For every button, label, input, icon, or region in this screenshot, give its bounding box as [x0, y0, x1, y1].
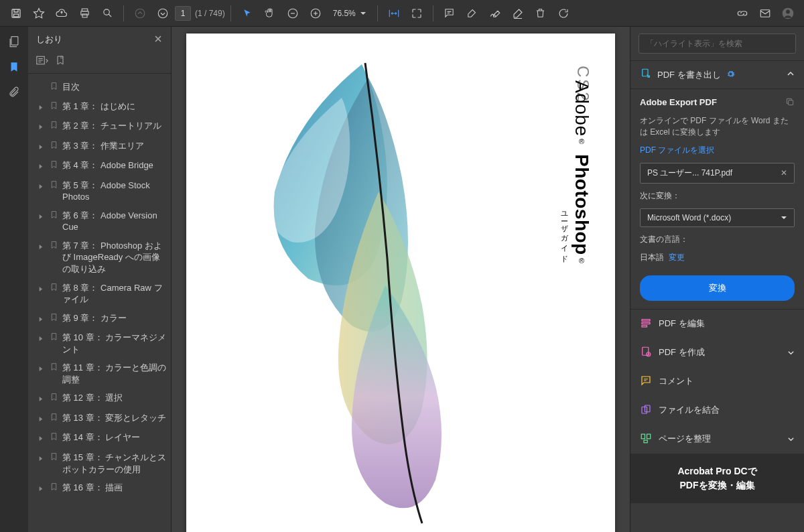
chevron-up-icon[interactable] [787, 70, 795, 80]
bookmark-icon [50, 313, 58, 325]
tool-label: ファイルを結合 [659, 404, 720, 416]
page-number-input[interactable] [175, 6, 191, 21]
bookmark-item[interactable]: 第 14 章： レイヤー [36, 428, 168, 448]
chevron-right-icon [38, 141, 46, 153]
chevron-down-icon [360, 10, 366, 17]
attachments-panel-icon[interactable] [8, 86, 20, 100]
comment-icon[interactable] [439, 3, 460, 24]
chevron-right-icon [38, 433, 46, 445]
bookmark-list[interactable]: 目次第 1 章： はじめに第 2 章： チュートリアル第 3 章： 作業エリア第… [28, 74, 171, 532]
format-select[interactable]: Microsoft Word (*.docx) [640, 208, 795, 227]
svg-rect-25 [641, 434, 645, 439]
bookmark-item[interactable]: 第 15 章： チャンネルとスポットカラーの使用 [36, 448, 168, 478]
chevron-right-icon [38, 393, 46, 405]
search-icon[interactable] [96, 3, 118, 24]
bookmark-item[interactable]: 目次 [36, 78, 168, 97]
svg-rect-23 [642, 407, 647, 413]
bookmark-icon [50, 82, 58, 94]
selected-file-box: PS ユーザー... 741P.pdf ✕ [640, 163, 795, 184]
fit-page-icon[interactable] [406, 3, 427, 24]
save-icon[interactable] [5, 3, 27, 24]
main-area: しおり 目次第 1 章： はじめに第 2 章： チュートリアル第 3 章： 作業… [0, 27, 804, 532]
bookmark-label: 第 10 章： カラーマネジメント [62, 332, 167, 355]
rotate-icon[interactable] [553, 3, 574, 24]
convert-button[interactable]: 変換 [640, 275, 795, 301]
select-file-link[interactable]: PDF ファイルを選択 [640, 145, 795, 156]
separator [123, 5, 124, 21]
chevron-right-icon [38, 413, 46, 425]
print-icon[interactable] [74, 3, 95, 24]
page-subtitle: ユーザガイド [559, 206, 570, 261]
chevron-down-icon [787, 349, 795, 356]
bookmark-item[interactable]: 第 3 章： 作業エリア [36, 137, 168, 157]
svg-rect-24 [645, 405, 651, 412]
page-down-icon[interactable] [152, 3, 174, 24]
bookmark-item[interactable]: 第 13 章： 変形とレタッチ [36, 409, 168, 429]
svg-rect-5 [82, 14, 86, 17]
change-lang-link[interactable]: 変更 [669, 253, 685, 262]
search-input[interactable] [639, 34, 796, 54]
delete-icon[interactable] [530, 3, 551, 24]
document-area[interactable]: CS2 Adobe® Photoshop® ユーザガイド [172, 27, 630, 532]
star-icon[interactable] [28, 3, 50, 24]
bookmark-item[interactable]: 第 8 章： Camera Raw ファイル [36, 279, 168, 309]
cloud-upload-icon[interactable] [51, 3, 72, 24]
bookmark-item[interactable]: 第 7 章： Photoshop および ImageReady への画像の取り込… [36, 237, 168, 279]
clear-file-icon[interactable]: ✕ [781, 168, 787, 178]
svg-point-7 [135, 9, 145, 18]
bookmark-label: 目次 [62, 81, 167, 93]
chevron-down-icon [787, 436, 795, 443]
mail-icon[interactable] [754, 3, 776, 24]
page-up-icon[interactable] [129, 3, 151, 24]
tool-item[interactable]: ファイルを結合 [630, 396, 804, 425]
bookmark-item[interactable]: 第 11 章： カラーと色調の調整 [36, 358, 168, 389]
account-icon[interactable] [777, 3, 799, 24]
bookmark-item[interactable]: 第 1 章： はじめに [36, 97, 168, 117]
bookmark-item[interactable]: 第 5 章： Adobe Stock Photos [36, 176, 168, 206]
close-icon[interactable] [153, 34, 163, 46]
tool-icon [640, 317, 652, 331]
copy-icon[interactable] [785, 97, 795, 109]
bookmark-label: 第 15 章： チャンネルとスポットカラーの使用 [62, 452, 167, 475]
chevron-right-icon [38, 363, 46, 375]
export-pdf-header[interactable]: PDF を書き出し [630, 60, 804, 89]
left-iconbar [0, 27, 28, 532]
pointer-icon[interactable] [237, 3, 258, 24]
top-toolbar: (1 / 749) 76.5% [0, 0, 804, 27]
bookmark-icon [50, 283, 58, 295]
zoom-in-icon[interactable] [305, 3, 326, 24]
tool-item[interactable]: ページを整理 [630, 425, 804, 454]
bookmark-item[interactable]: 第 6 章： Adobe Version Cue [36, 206, 168, 237]
tool-item[interactable]: PDF を作成 [630, 338, 804, 367]
options-icon[interactable] [36, 56, 48, 67]
tool-item[interactable]: コメント [630, 367, 804, 396]
bookmark-item[interactable]: 第 12 章： 選択 [36, 389, 168, 409]
bookmarks-sidebar: しおり 目次第 1 章： はじめに第 2 章： チュートリアル第 3 章： 作業… [28, 27, 172, 532]
hand-icon[interactable] [259, 3, 281, 24]
bookmarks-panel-icon[interactable] [8, 61, 20, 75]
chevron-down-icon [781, 214, 787, 221]
chevron-right-icon [38, 102, 46, 114]
fit-width-icon[interactable] [383, 3, 405, 24]
bookmark-item[interactable]: 第 4 章： Adobe Bridge [36, 156, 168, 176]
zoom-out-icon[interactable] [282, 3, 304, 24]
pages-panel-icon[interactable] [7, 35, 21, 50]
svg-point-8 [158, 9, 168, 18]
new-bookmark-icon[interactable] [55, 55, 66, 68]
gear-icon[interactable] [726, 70, 735, 80]
tool-item[interactable]: PDF を編集 [630, 310, 804, 338]
bookmark-item[interactable]: 第 16 章： 描画 [36, 478, 168, 498]
chevron-right-icon [38, 241, 46, 253]
svg-marker-2 [34, 8, 44, 17]
bookmark-item[interactable]: 第 9 章： カラー [36, 309, 168, 329]
highlight-icon[interactable] [462, 3, 483, 24]
right-tools-list: PDF を編集PDF を作成コメントファイルを結合ページを整理 [630, 309, 804, 454]
bookmark-icon [50, 332, 58, 344]
zoom-dropdown[interactable]: 76.5% [328, 9, 372, 18]
stamp-icon[interactable] [507, 3, 529, 24]
bookmark-item[interactable]: 第 10 章： カラーマネジメント [36, 328, 168, 358]
bookmark-item[interactable]: 第 2 章： チュートリアル [36, 117, 168, 137]
sign-icon[interactable] [484, 3, 506, 24]
pdf-page: CS2 Adobe® Photoshop® ユーザガイド [186, 34, 615, 532]
share-link-icon[interactable] [732, 3, 753, 24]
